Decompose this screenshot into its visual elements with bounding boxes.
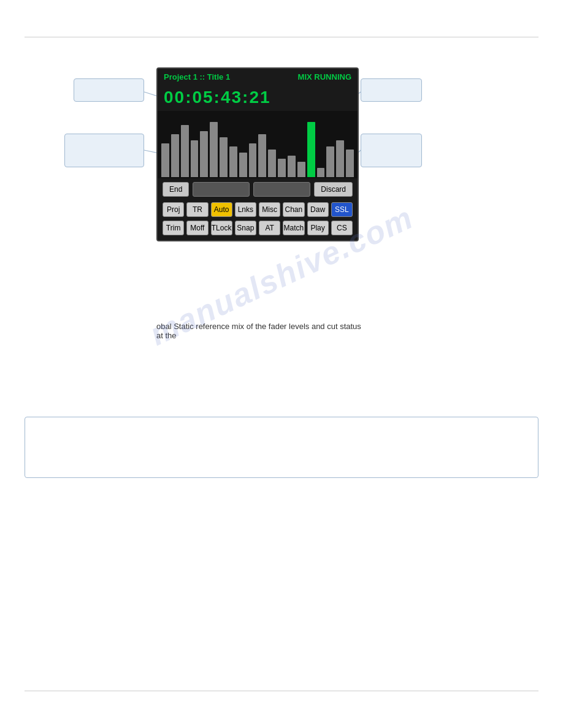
- callout-box-top-right: [361, 78, 422, 102]
- vu-bar: [326, 146, 334, 177]
- vu-bar: [336, 140, 344, 177]
- vu-bar: [278, 159, 286, 177]
- mixer-timer-area: 00:05:43:21: [158, 85, 358, 111]
- play-button[interactable]: Play: [307, 221, 329, 235]
- chan-button[interactable]: Chan: [283, 202, 304, 217]
- diagram-area: Project 1 :: Title 1 MIX RUNNING 00:05:4…: [25, 61, 538, 343]
- daw-button[interactable]: Daw: [307, 202, 329, 217]
- info-box: [25, 417, 538, 478]
- vu-bar: [317, 168, 325, 177]
- mixer-button-row-1: Proj TR Auto Lnks Misc Chan Daw SSL: [158, 200, 358, 219]
- top-rule: [25, 37, 538, 37]
- mixer-timer-value: 00:05:43:21: [164, 88, 271, 107]
- snap-button[interactable]: Snap: [235, 221, 256, 235]
- at-button[interactable]: AT: [259, 221, 280, 235]
- mixer-button-row-2: Trim Moff TLock Snap AT Match Play CS: [158, 219, 358, 240]
- discard-button[interactable]: Discard: [314, 182, 353, 197]
- vu-bar: [307, 122, 315, 177]
- misc-button[interactable]: Misc: [259, 202, 280, 217]
- moff-button[interactable]: Moff: [186, 221, 208, 235]
- mixer-header: Project 1 :: Title 1 MIX RUNNING: [158, 69, 358, 85]
- callout-box-top-left: [74, 78, 144, 102]
- lnks-button[interactable]: Lnks: [235, 202, 256, 217]
- vu-bar: [200, 131, 208, 177]
- spacer-2: [253, 182, 310, 197]
- mixer-status: MIX RUNNING: [298, 72, 351, 82]
- vu-bar: [161, 143, 169, 177]
- vu-bar: [346, 150, 354, 177]
- spacer-1: [193, 182, 250, 197]
- bottom-rule: [25, 691, 538, 691]
- vu-bar: [249, 143, 257, 177]
- vu-bar: [268, 150, 276, 177]
- proj-button[interactable]: Proj: [163, 202, 184, 217]
- vu-bar: [191, 140, 199, 177]
- vu-bar: [297, 162, 305, 177]
- vu-bar: [220, 137, 228, 177]
- vu-bar: [229, 146, 237, 177]
- tr-button[interactable]: TR: [186, 202, 208, 217]
- mixer-widget: Project 1 :: Title 1 MIX RUNNING 00:05:4…: [156, 67, 359, 241]
- vu-bar: [171, 134, 179, 177]
- callout-box-mid-right: [361, 134, 422, 167]
- ssl-button[interactable]: SSL: [331, 202, 353, 217]
- mixer-caption: obal Static reference mix of the fader l…: [156, 322, 365, 340]
- mixer-controls-row: End Discard: [158, 178, 358, 200]
- auto-button[interactable]: Auto: [211, 202, 232, 217]
- vu-bar: [181, 125, 189, 177]
- vu-bar: [288, 156, 296, 177]
- vu-bar: [258, 134, 266, 177]
- mixer-vu-meter: [158, 111, 358, 178]
- trim-button[interactable]: Trim: [163, 221, 184, 235]
- vu-bar: [210, 122, 218, 177]
- end-button[interactable]: End: [163, 182, 189, 197]
- tlock-button[interactable]: TLock: [211, 221, 232, 235]
- match-button[interactable]: Match: [283, 221, 304, 235]
- mixer-project-title: Project 1 :: Title 1: [164, 72, 230, 82]
- vu-bar: [239, 153, 247, 177]
- cs-button[interactable]: CS: [331, 221, 353, 235]
- main-content: Project 1 :: Title 1 MIX RUNNING 00:05:4…: [25, 49, 538, 343]
- callout-box-mid-left: [64, 134, 144, 167]
